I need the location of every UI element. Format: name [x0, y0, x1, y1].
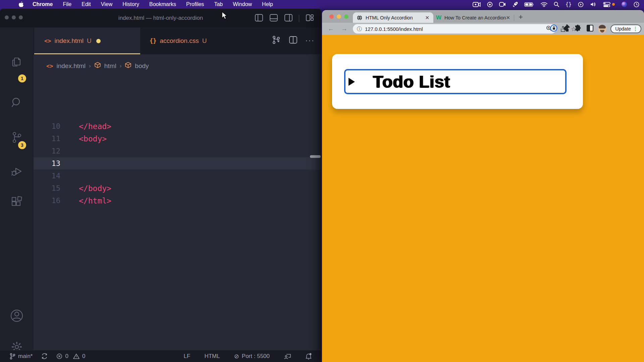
code-line-13-active[interactable]: 13: [0, 157, 321, 170]
tab-close-icon[interactable]: ✕: [506, 15, 511, 21]
profile-avatar[interactable]: [598, 25, 606, 33]
chrome-fullscreen-button[interactable]: [344, 14, 348, 19]
volume-icon[interactable]: [590, 2, 597, 7]
live-server-port[interactable]: ⊘ Port : 5500: [234, 353, 270, 360]
apple-menu-icon[interactable]: [18, 1, 24, 7]
chrome-minimize-button[interactable]: [337, 14, 341, 19]
accordion-title: Todo List: [373, 72, 450, 92]
split-editor-icon[interactable]: [288, 35, 298, 46]
control-center-icon[interactable]: [603, 2, 615, 7]
menu-item-history[interactable]: History: [122, 1, 139, 7]
tab-how-to-create-accordion[interactable]: W How To Create an Accordion ✕: [436, 12, 513, 23]
braces-menu-icon[interactable]: {}: [566, 1, 572, 7]
vscode-title-bar: index.html — html-only-accordion: [0, 9, 321, 27]
colorpicker-extension-icon[interactable]: [562, 24, 570, 34]
site-info-icon[interactable]: ⓘ: [357, 26, 362, 32]
address-bar[interactable]: ⓘ 127.0.0.1:5500/index.html: [353, 24, 556, 34]
sash-handle[interactable]: [310, 155, 321, 158]
circle-slash-icon: ⊘: [234, 353, 239, 360]
breadcrumb[interactable]: <> index.html › html › body: [46, 62, 149, 70]
window-edge-shadow: [315, 54, 321, 350]
branch-name: main*: [18, 353, 33, 360]
more-actions-icon[interactable]: ···: [305, 36, 315, 45]
port-label: Port : 5500: [242, 353, 270, 360]
menu-dots-icon[interactable]: ⋮: [633, 26, 638, 32]
breadcrumb-html[interactable]: html: [104, 62, 116, 70]
code-text: </head>: [79, 122, 111, 131]
warning-count: 0: [82, 353, 85, 360]
record-dot-icon[interactable]: [487, 2, 493, 7]
spotlight-search-icon[interactable]: [554, 2, 559, 7]
extensions-puzzle-icon[interactable]: [574, 24, 582, 34]
unsaved-dot-icon[interactable]: [96, 39, 101, 43]
menu-item-profiles[interactable]: Profiles: [186, 1, 204, 7]
siri-icon[interactable]: [621, 1, 627, 7]
tab-index-html[interactable]: <> index.html U: [34, 27, 140, 54]
eol-indicator[interactable]: LF: [184, 353, 191, 360]
screen-record-icon[interactable]: [473, 2, 481, 7]
language-mode[interactable]: HTML: [204, 353, 220, 360]
live-share-icon[interactable]: [284, 353, 291, 360]
chrome-close-button[interactable]: [329, 14, 334, 19]
line-number: 13: [30, 159, 60, 168]
tab-title: How To Create an Accordion: [444, 15, 506, 20]
details-marker-icon[interactable]: [348, 78, 355, 86]
menu-item-chrome[interactable]: Chrome: [33, 1, 53, 7]
url-text[interactable]: 127.0.0.1:5500/index.html: [365, 26, 546, 32]
menu-item-help[interactable]: Help: [262, 1, 273, 7]
camera-icon[interactable]: [499, 2, 506, 7]
tab-accordion-css[interactable]: {} accordion.css U: [140, 27, 224, 54]
notifications-bell-icon[interactable]: [305, 353, 312, 360]
line-number: 11: [30, 134, 60, 143]
code-text: </html>: [79, 196, 111, 205]
tab-close-icon[interactable]: ✕: [425, 15, 429, 21]
code-line-11[interactable]: 11 <body>: [0, 132, 321, 145]
open-changes-icon[interactable]: [271, 35, 281, 46]
toggle-panel-icon[interactable]: [269, 13, 278, 23]
code-text: </body>: [79, 184, 111, 193]
tab-html-only-accordion[interactable]: HTML Only Accordion ✕: [353, 12, 433, 23]
search-icon[interactable]: [0, 96, 34, 110]
code-line-16[interactable]: 16 </html>: [0, 194, 321, 207]
tab-label: index.html: [54, 37, 84, 45]
menu-item-edit[interactable]: Edit: [82, 1, 91, 7]
menu-item-window[interactable]: Window: [233, 1, 252, 7]
html-file-icon: <>: [46, 63, 53, 69]
menu-item-tab[interactable]: Tab: [214, 1, 223, 7]
new-tab-button[interactable]: +: [519, 13, 523, 21]
battery-icon[interactable]: [524, 2, 534, 7]
chevron-right-icon: ›: [120, 63, 122, 69]
customize-layout-icon[interactable]: [305, 13, 314, 23]
explorer-icon[interactable]: [0, 56, 34, 68]
problems-status[interactable]: 0 0: [56, 353, 85, 360]
breadcrumb-body[interactable]: body: [135, 62, 149, 70]
line-number: 12: [30, 147, 60, 155]
code-line-15[interactable]: 15 </body>: [0, 182, 321, 194]
adblock-extension-icon[interactable]: [550, 24, 558, 34]
rocket-icon[interactable]: [512, 1, 518, 7]
clock-icon[interactable]: [634, 2, 639, 7]
vscode-status-bar: main* 0 0 LF HTML ⊘ Port : 5500: [0, 350, 321, 362]
sync-icon[interactable]: [41, 353, 48, 359]
menu-item-view[interactable]: View: [101, 1, 112, 7]
toggle-secondary-sidebar-icon[interactable]: [284, 13, 293, 23]
menu-item-bookmarks[interactable]: Bookmarks: [149, 1, 176, 7]
forward-button[interactable]: →: [341, 25, 347, 33]
git-branch-status[interactable]: main*: [9, 353, 33, 360]
darkreader-extension-icon[interactable]: [586, 24, 594, 34]
code-line-14[interactable]: 14: [0, 170, 321, 182]
chrome-toolbar: ← → ↻ ⓘ 127.0.0.1:5500/index.html ☆: [322, 23, 644, 35]
update-button[interactable]: Update ⋮: [610, 24, 641, 33]
code-line-12[interactable]: 12: [0, 145, 321, 157]
accordion-summary[interactable]: Todo List: [344, 69, 567, 94]
menu-item-file[interactable]: File: [63, 1, 71, 7]
toggle-sidebar-icon[interactable]: [255, 13, 263, 23]
account-icon[interactable]: [0, 308, 34, 323]
chrome-tab-strip: HTML Only Accordion ✕ W How To Create an…: [322, 10, 644, 23]
breadcrumb-file[interactable]: index.html: [56, 62, 86, 70]
play-circle-icon[interactable]: [578, 2, 584, 7]
code-line-10[interactable]: 10 </head>: [0, 120, 321, 132]
back-button[interactable]: ←: [328, 25, 334, 33]
wifi-icon[interactable]: [541, 2, 547, 7]
web-page: Todo List: [322, 35, 644, 362]
